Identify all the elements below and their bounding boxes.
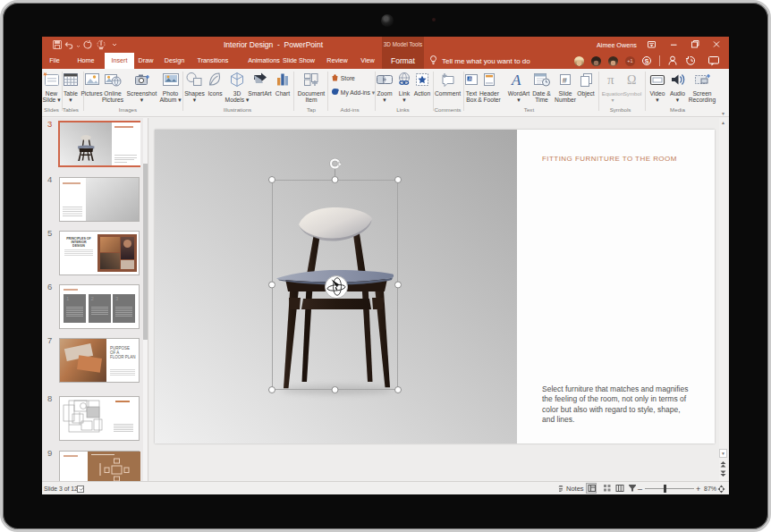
svg-text:#: #: [563, 76, 567, 85]
svg-text:π: π: [607, 72, 614, 87]
svg-text:Ω: Ω: [627, 73, 636, 87]
svg-text:A: A: [511, 72, 521, 89]
